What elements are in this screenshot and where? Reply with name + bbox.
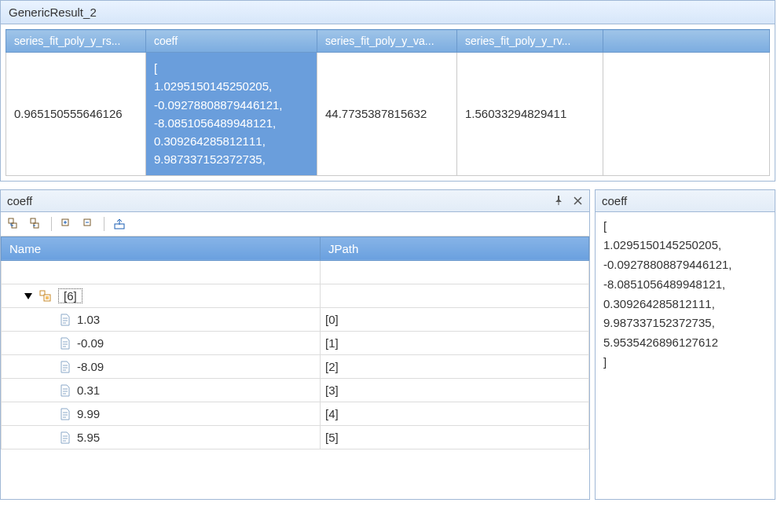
tree-panel-title: coeff <box>7 194 32 207</box>
tree-item-name: 9.99 <box>77 407 100 420</box>
result-grid-wrap: series_fit_poly_y_rs... coeff series_fit… <box>1 24 775 181</box>
cell-empty[interactable] <box>603 53 770 176</box>
tree-item-name: 5.95 <box>77 431 100 444</box>
svg-rect-2 <box>31 218 35 223</box>
tree-panel-header: coeff <box>1 190 589 212</box>
tree-item-name: 0.31 <box>77 383 100 397</box>
collapse-node-icon[interactable] <box>80 215 97 233</box>
tree-item-name: -0.09 <box>77 336 104 350</box>
col-header-4[interactable] <box>603 30 770 53</box>
table-row[interactable]: 0.965150555646126 [ 1.0295150145250205, … <box>6 53 770 176</box>
tree-panel: coeff <box>0 189 590 500</box>
detail-panel: coeff [ 1.0295150145250205, -0.092788088… <box>595 189 775 500</box>
tree-item-row[interactable]: -0.09 [1] <box>2 332 589 355</box>
value-icon <box>60 314 71 326</box>
tree-header-table: Name JPath <box>1 237 589 261</box>
value-icon <box>60 337 71 350</box>
result-grid-title: GenericResult_2 <box>1 1 775 24</box>
collapse-triangle-icon[interactable] <box>24 293 32 299</box>
tree-item-path: [0] <box>321 308 589 332</box>
close-icon[interactable] <box>572 195 583 206</box>
tree-item-name: -8.09 <box>77 360 104 373</box>
col-header-1[interactable]: coeff <box>146 30 317 53</box>
result-grid: series_fit_poly_y_rs... coeff series_fit… <box>5 29 770 176</box>
value-icon <box>60 384 71 397</box>
cell-rsquare[interactable]: 0.965150555646126 <box>6 53 146 176</box>
col-header-2[interactable]: series_fit_poly_y_va... <box>317 30 457 53</box>
tree-item-row[interactable]: 5.95 [5] <box>2 426 589 449</box>
svg-rect-0 <box>9 218 13 223</box>
cell-rv[interactable]: 1.56033294829411 <box>457 53 603 176</box>
tree-col-jpath[interactable]: JPath <box>321 237 589 260</box>
tree-item-path: [1] <box>321 332 589 355</box>
svg-rect-9 <box>46 296 49 299</box>
pin-icon[interactable] <box>553 195 564 206</box>
detail-panel-header: coeff <box>596 190 775 212</box>
tree-item-path: [3] <box>321 379 589 402</box>
tree-item-row[interactable]: 9.99 [4] <box>2 402 589 426</box>
detail-panel-title: coeff <box>602 194 627 207</box>
cell-coeff[interactable]: [ 1.0295150145250205, -0.092788088794461… <box>146 53 317 176</box>
col-header-0[interactable]: series_fit_poly_y_rs... <box>6 30 146 53</box>
tree-item-row[interactable]: 1.03 [0] <box>2 308 589 332</box>
bottom-split: coeff <box>0 189 775 500</box>
tree-root-label[interactable]: [6] <box>58 288 82 303</box>
tree-item-path: [4] <box>321 402 589 426</box>
toolbar-separator <box>104 217 104 231</box>
value-icon <box>60 431 71 444</box>
tree-item-row[interactable]: 0.31 [3] <box>2 379 589 402</box>
expand-all-icon[interactable] <box>5 215 23 233</box>
tree-root-row[interactable]: [6] <box>2 284 589 308</box>
tree-col-name[interactable]: Name <box>2 237 321 260</box>
tree-item-name: 1.03 <box>77 313 100 326</box>
detail-text[interactable]: [ 1.0295150145250205, -0.092788088794461… <box>596 212 775 499</box>
tree-item-row[interactable]: -8.09 [2] <box>2 355 589 379</box>
value-icon <box>60 361 71 373</box>
cell-variance[interactable]: 44.7735387815632 <box>317 53 457 176</box>
result-grid-panel: GenericResult_2 series_fit_poly_y_rs... … <box>0 0 775 182</box>
value-icon <box>60 408 71 420</box>
tree-toolbar <box>1 212 589 237</box>
toolbar-separator <box>51 217 52 231</box>
export-icon[interactable] <box>111 215 128 233</box>
tree-item-path: [5] <box>321 426 589 449</box>
expand-node-icon[interactable] <box>58 215 75 233</box>
collapse-all-icon[interactable] <box>27 215 45 233</box>
tree-rows: [6] 1.03 [0] -0.09 [1] <box>1 261 589 450</box>
tree-item-path: [2] <box>321 355 589 379</box>
col-header-3[interactable]: series_fit_poly_y_rv... <box>457 30 603 53</box>
array-icon <box>39 290 52 303</box>
tree-scroll[interactable]: [6] 1.03 [0] -0.09 [1] <box>1 261 589 499</box>
tree-empty-row <box>2 261 589 284</box>
